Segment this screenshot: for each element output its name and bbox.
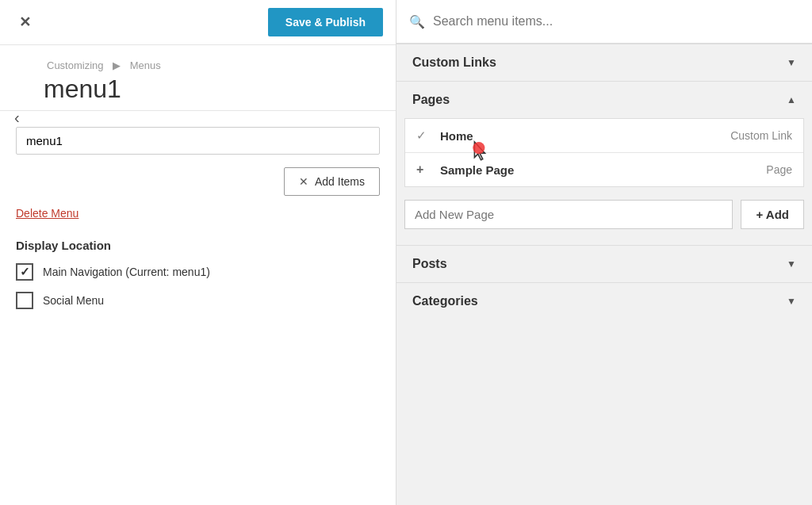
custom-links-arrow: ▼	[787, 57, 796, 68]
breadcrumb-separator: ▶	[113, 59, 121, 71]
posts-title: Posts	[412, 257, 447, 271]
display-location: Display Location Main Navigation (Curren…	[16, 239, 380, 309]
pages-section: Pages ▲ ✓ Home Custom Link +	[396, 81, 812, 245]
social-menu-checkbox-item[interactable]: Social Menu	[16, 292, 380, 309]
check-icon: ✓	[416, 128, 432, 143]
add-page-button[interactable]: + Add	[741, 200, 804, 229]
main-nav-label: Main Navigation (Current: menu1)	[43, 266, 210, 278]
search-icon: 🔍	[409, 14, 425, 29]
categories-header[interactable]: Categories ▼	[396, 282, 812, 319]
display-location-heading: Display Location	[16, 239, 380, 252]
pages-content: ✓ Home Custom Link + Sample Page Page	[396, 118, 812, 245]
pages-list: ✓ Home Custom Link + Sample Page Page	[404, 118, 804, 187]
categories-title: Categories	[412, 294, 478, 308]
right-panel: 🔍 Custom Links ▼ Pages ▲ ✓ Home	[396, 0, 812, 505]
left-panel: ✕ Save & Publish ‹ Customizing ▶ Menus m…	[0, 0, 396, 505]
social-menu-label: Social Menu	[43, 294, 104, 307]
menu-title: menu1	[44, 75, 380, 104]
categories-section: Categories ▼	[396, 282, 812, 319]
back-button[interactable]: ‹	[14, 109, 20, 127]
posts-arrow: ▼	[787, 258, 796, 270]
top-bar: ✕ Save & Publish	[0, 0, 396, 45]
main-nav-checkbox[interactable]	[16, 263, 33, 281]
left-content: ✕ Add Items Delete Menu Display Location…	[0, 111, 396, 505]
search-bar: 🔍	[396, 0, 812, 44]
search-input[interactable]	[433, 14, 799, 29]
breadcrumb-current: Menus	[130, 59, 161, 71]
posts-section: Posts ▼	[396, 245, 812, 282]
delete-menu-link[interactable]: Delete Menu	[16, 207, 380, 220]
save-publish-button[interactable]: Save & Publish	[268, 8, 383, 36]
sample-page-name: Sample Page	[440, 163, 758, 177]
add-items-button[interactable]: ✕ Add Items	[284, 167, 380, 196]
breadcrumb-section: Customizing ▶ Menus menu1	[0, 45, 396, 111]
add-new-page-row: + Add	[396, 192, 812, 237]
pages-title: Pages	[412, 93, 450, 107]
social-menu-checkbox[interactable]	[16, 292, 33, 309]
plus-icon: +	[416, 163, 432, 177]
close-button[interactable]: ✕	[13, 10, 37, 34]
custom-links-section: Custom Links ▼	[396, 44, 812, 81]
menu-name-input[interactable]	[16, 127, 380, 155]
breadcrumb: Customizing ▶ Menus	[44, 59, 380, 71]
categories-arrow: ▼	[787, 296, 796, 307]
sample-page-type: Page	[766, 163, 792, 176]
home-page-name: Home	[440, 129, 722, 143]
add-items-label: Add Items	[315, 175, 365, 188]
custom-links-title: Custom Links	[412, 55, 496, 70]
add-new-page-input[interactable]	[404, 200, 733, 229]
pages-arrow: ▲	[787, 94, 796, 105]
main-nav-checkbox-item[interactable]: Main Navigation (Current: menu1)	[16, 263, 380, 281]
pages-header[interactable]: Pages ▲	[396, 81, 812, 118]
svg-point-0	[473, 142, 485, 154]
custom-links-header[interactable]: Custom Links ▼	[396, 44, 812, 81]
breadcrumb-parent: Customizing	[47, 59, 104, 71]
home-page-item[interactable]: ✓ Home Custom Link	[405, 119, 803, 153]
sample-page-item[interactable]: + Sample Page Page	[405, 153, 803, 186]
home-page-type: Custom Link	[730, 129, 792, 142]
x-icon: ✕	[299, 175, 308, 188]
posts-header[interactable]: Posts ▼	[396, 245, 812, 282]
